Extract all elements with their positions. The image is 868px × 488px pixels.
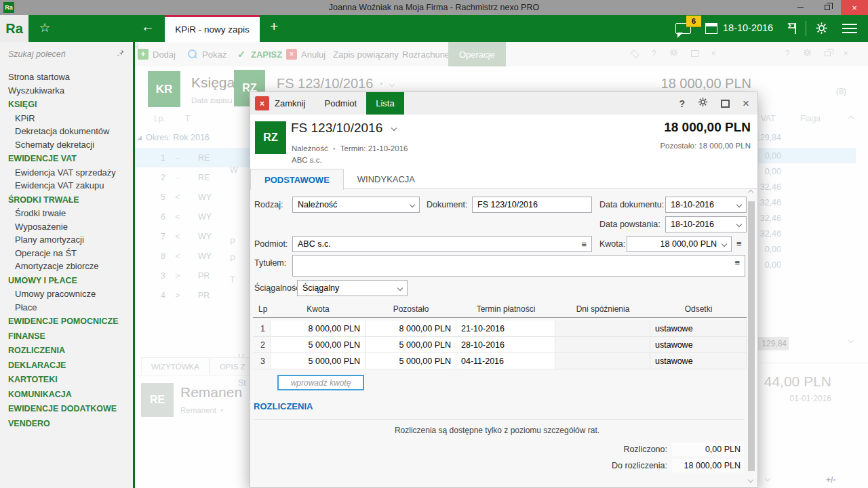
sidebar-item[interactable]: Operacje na ŚT (0, 247, 133, 260)
close-icon[interactable]: × (743, 97, 749, 110)
search-placeholder: Szukaj poleceń (8, 49, 66, 59)
sidebar-item[interactable]: UMOWY I PŁACE (0, 274, 133, 288)
entity-name: ABC s.c. (292, 156, 322, 164)
sidebar-item[interactable]: Środki trwałe (0, 207, 133, 220)
close-icon: × (852, 3, 857, 13)
maximize-icon[interactable] (721, 100, 730, 108)
installment-row[interactable]: 1 8 000,00 PLN 8 000,00 PLN 21-10-2016 u… (253, 321, 747, 337)
header-odsetki[interactable]: Odsetki (650, 304, 747, 314)
close-button[interactable]: × (841, 0, 868, 15)
menu-hamburger-icon[interactable] (842, 24, 857, 36)
sidebar-item[interactable]: EWIDENCJE POMOCNICZE (0, 315, 133, 329)
close-x-icon[interactable]: × (255, 96, 269, 110)
dialog-tab[interactable]: PODSTAWOWE (250, 169, 344, 190)
installment-row[interactable]: 2 5 000,00 PLN 5 000,00 PLN 28-10-2016 u… (253, 337, 747, 353)
sidebar-item[interactable]: ROZLICZENIA (0, 344, 133, 358)
sidebar-item[interactable]: Umowy pracownicze (0, 287, 133, 301)
app-window: Ra Joanna Woźniak na Moja Firma - Rachmi… (0, 0, 868, 488)
sidebar-item[interactable]: KPiR (0, 112, 133, 125)
menu-zamknij[interactable]: Zamknij (275, 92, 315, 115)
sidebar-menu: Strona startowa Wyszukiwarka KSIĘGI KPiR… (0, 70, 133, 430)
sidebar-item[interactable]: ŚRODKI TRWAŁE (0, 194, 133, 207)
sidebar-item[interactable]: KOMUNIKACJA (0, 388, 133, 402)
settings-gear-icon[interactable] (815, 22, 828, 37)
header-termin[interactable]: Termin płatności (456, 304, 555, 314)
sidebar-item[interactable]: Plany amortyzacji (0, 233, 133, 247)
dialog-tab[interactable]: WINDYKACJA (344, 169, 429, 189)
current-date[interactable]: 18-10-2016 (723, 22, 773, 33)
sidebar-item[interactable]: Płace (0, 301, 133, 314)
settlement-dialog: × Zamknij Podmiot Lista ? × RZ FS 123/10… (250, 92, 758, 488)
calendar-icon[interactable] (705, 23, 717, 34)
tytulem-menu-icon[interactable]: ≡ (734, 258, 740, 268)
installments-header: Lp Kwota Pozostało Termin płatności Dni … (253, 304, 747, 318)
new-tab-button[interactable]: + (270, 18, 278, 35)
header-lp[interactable]: Lp (253, 304, 271, 314)
header-pozostalo[interactable]: Pozostało (366, 304, 456, 314)
data-powstania-select[interactable]: 18-10-2016 (665, 216, 747, 232)
remaining-amount: Pozostało: 18 000,00 PLN (660, 142, 751, 150)
dokument-input[interactable]: FS 123/10/2016 (472, 197, 592, 213)
kwota-menu-icon[interactable]: ≡ (736, 239, 742, 249)
dialog-scrollbar[interactable] (747, 190, 755, 483)
rozliczono-label: Rozliczono: (586, 443, 667, 456)
scroll-down-icon[interactable] (748, 477, 753, 483)
favorites-star-icon[interactable]: ☆ (39, 20, 50, 35)
sidebar-item[interactable]: Schematy dekretacji (0, 138, 133, 152)
menu-lista[interactable]: Lista (366, 92, 403, 115)
podmiot-input[interactable]: ABC s.c. ≡ (292, 236, 592, 252)
do-rozliczenia-value: 18 000,00 PLN (672, 459, 744, 472)
lookup-menu-icon[interactable]: ≡ (581, 239, 587, 249)
sidebar-item[interactable]: VENDERO (0, 418, 133, 431)
sidebar-item[interactable]: Ewidencja VAT sprzedaży (0, 166, 133, 180)
app-logo[interactable]: Ra (0, 15, 28, 42)
chevron-down-icon (722, 241, 727, 247)
sidebar-item[interactable]: FINANSE (0, 330, 133, 344)
tytulem-input[interactable]: ≡ (292, 255, 745, 277)
flag-icon[interactable] (787, 22, 798, 38)
data-dokumentu-select[interactable]: 18-10-2016 (665, 197, 747, 213)
header-dni[interactable]: Dni spóźnienia (555, 304, 650, 314)
minimize-button[interactable] (787, 0, 814, 15)
dialog-tabs: PODSTAWOWEWINDYKACJA (250, 169, 757, 189)
sidebar-item[interactable]: Wyszukiwarka (0, 84, 133, 98)
sidebar-item[interactable]: Wyposażenie (0, 220, 133, 234)
titlebar: Ra Joanna Woźniak na Moja Firma - Rachmi… (0, 0, 868, 15)
sidebar-item[interactable]: Dekretacja dokumentów (0, 125, 133, 138)
active-module-tab[interactable]: KPiR - nowy zapis (165, 15, 260, 42)
sciagalnosc-label: Ściągalność: (254, 280, 302, 296)
topbar: Ra ☆ ← KPiR - nowy zapis + 6 18-10-2016 (0, 15, 868, 42)
restore-button[interactable] (814, 0, 841, 15)
data-powstania-label: Data powstania: (599, 216, 660, 232)
sidebar-item[interactable]: KSIĘGI (0, 98, 133, 112)
data-dokumentu-label: Data dokumentu: (599, 197, 664, 213)
dokument-label: Dokument: (427, 197, 467, 213)
sidebar-item[interactable]: Amortyzacje zbiorcze (0, 260, 133, 273)
new-installment-input[interactable]: wprowadź kwotę (277, 375, 364, 390)
notification-badge[interactable]: 6 (686, 16, 701, 27)
help-icon[interactable]: ? (679, 98, 686, 109)
menu-podmiot[interactable]: Podmiot (315, 92, 367, 115)
sidebar-item[interactable]: DEKLARACJE (0, 359, 133, 373)
installment-row[interactable]: 3 5 000,00 PLN 5 000,00 PLN 04-11-2016 u… (253, 353, 747, 369)
back-arrow-icon[interactable]: ← (141, 19, 155, 35)
command-search[interactable]: Szukaj poleceń (0, 42, 133, 61)
document-meta: Należność • Termin: 21-10-2016 (292, 144, 408, 152)
scroll-up-icon[interactable] (748, 190, 753, 195)
sidebar-item[interactable]: EWIDENCJE DODATKOWE (0, 403, 133, 416)
pin-icon[interactable] (117, 47, 125, 60)
podmiot-label: Podmiot: (254, 236, 288, 252)
kwota-input[interactable]: 18 000,00 PLN (627, 236, 732, 252)
gear-icon[interactable] (698, 97, 708, 110)
chevron-down-icon[interactable] (391, 125, 397, 131)
header-kwota[interactable]: Kwota (271, 304, 366, 314)
rodzaj-select[interactable]: Należność (292, 197, 420, 213)
sidebar-item[interactable]: EWIDENCJE VAT (0, 152, 133, 166)
rozliczono-value: 0,00 PLN (672, 443, 744, 456)
sidebar-item[interactable]: Strona startowa (0, 70, 133, 84)
sidebar-item[interactable]: KARTOTEKI (0, 373, 133, 387)
sidebar-item[interactable]: Ewidencja VAT zakupu (0, 179, 133, 192)
chevron-down-icon (736, 202, 742, 207)
sciagalnosc-select[interactable]: Ściągalny (297, 280, 408, 296)
scrollbar-thumb[interactable] (748, 201, 755, 471)
